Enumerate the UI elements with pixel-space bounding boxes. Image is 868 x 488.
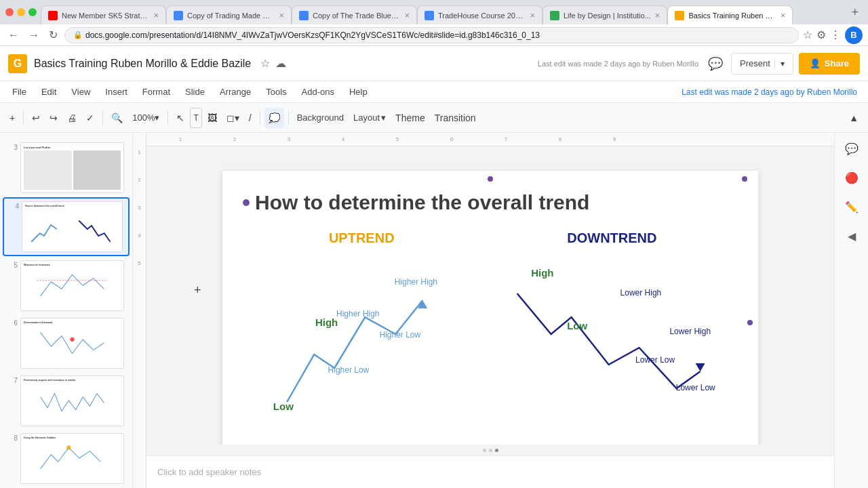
undo-button[interactable]: ↩ xyxy=(28,108,44,128)
background-button[interactable]: Background xyxy=(293,108,348,128)
canvas-column: 1 2 3 4 5 6 7 8 9 + How to det xyxy=(146,133,834,488)
rp-explore-icon[interactable]: 🔴 xyxy=(841,167,863,188)
layout-dropdown[interactable]: Layout▾ xyxy=(349,108,390,128)
redo-button[interactable]: ↪ xyxy=(45,108,62,128)
tab-label: Copy of Trading Made Si... xyxy=(187,12,275,20)
tab-close-button[interactable]: × xyxy=(781,10,786,20)
menu-view[interactable]: View xyxy=(64,84,97,100)
browser-tab-tab1[interactable]: New Member SK5 Strate... × xyxy=(41,5,166,24)
main-layout: 3 Lot sizes and Profits 4 How to determi… xyxy=(0,133,868,488)
cursor-plus: + xyxy=(194,283,201,298)
tab-close-button[interactable]: × xyxy=(279,10,284,20)
zoom-dropdown[interactable]: 100%▾ xyxy=(128,108,163,128)
insert-button[interactable]: + xyxy=(5,108,19,128)
collapse-toolbar-button[interactable]: ▲ xyxy=(845,108,863,128)
bookmark-icon[interactable]: ☆ xyxy=(803,28,812,41)
downtrend-high: High xyxy=(531,267,553,279)
browser-tab-tab3[interactable]: Copy of The Trade Bluep... × xyxy=(292,5,417,24)
menu-icon[interactable]: ⋮ xyxy=(830,28,841,41)
tab-close-button[interactable]: × xyxy=(153,10,159,20)
slide-item-7[interactable]: 7 Determining support and resistance in … xyxy=(3,373,130,429)
tab-close-button[interactable]: × xyxy=(655,10,660,20)
header-actions: 💬 Present ▾ 👤 Share xyxy=(705,53,860,75)
zoom-button[interactable]: 🔍 xyxy=(107,108,127,128)
lower-low-1: Lower Low xyxy=(635,355,675,365)
image-tool[interactable]: 🖼 xyxy=(203,108,221,128)
tabs-bar: New Member SK5 Strate... × Copy of Tradi… xyxy=(41,0,843,24)
browser-tab-tab5[interactable]: Life by Design | Institutio... × xyxy=(542,5,667,24)
downtrend-section: DOWNTREND High Low Lower High xyxy=(500,230,724,429)
address-input[interactable]: 🔒 docs.google.com/presentation/d/14I8NMV… xyxy=(64,27,799,43)
theme-button[interactable]: Theme xyxy=(391,108,429,128)
control-dot-mr xyxy=(747,320,753,325)
comment-tool[interactable]: 💭 xyxy=(264,108,284,128)
uptrend-section: UPTREND High Low xyxy=(256,230,467,429)
slide-item-6[interactable]: 6 Determination of demand xyxy=(3,315,130,371)
present-dropdown-arrow[interactable]: ▾ xyxy=(774,59,785,68)
last-edit-link[interactable]: Last edit was made 2 days ago by Ruben M… xyxy=(676,85,863,100)
slides-panel: 3 Lot sizes and Profits 4 How to determi… xyxy=(0,133,133,488)
tab-label: New Member SK5 Strate... xyxy=(62,12,149,20)
slide-item-4[interactable]: 4 How to determine the overall trend xyxy=(3,197,130,256)
uptrend-high: High xyxy=(315,317,338,328)
profile-avatar[interactable]: B xyxy=(845,26,863,44)
browser-tab-tab4[interactable]: TradeHouse Course 2020... × xyxy=(417,5,542,24)
speaker-notes-area[interactable]: Click to add speaker notes xyxy=(146,455,834,488)
menu-addons[interactable]: Add-ons xyxy=(295,84,341,100)
lower-low-2: Lower Low xyxy=(676,383,715,392)
slide-position-dots xyxy=(146,445,834,455)
share-button[interactable]: 👤 Share xyxy=(799,53,860,75)
forward-button[interactable]: → xyxy=(26,26,42,44)
tab-favicon xyxy=(174,11,183,20)
tab-label: Life by Design | Institutio... xyxy=(564,12,651,20)
speaker-notes-placeholder[interactable]: Click to add speaker notes xyxy=(157,467,261,477)
shapes-dropdown[interactable]: ◻▾ xyxy=(222,108,243,128)
menu-help[interactable]: Help xyxy=(342,84,374,100)
menu-format[interactable]: Format xyxy=(136,84,177,100)
slide-item-8[interactable]: 8 Using the Harmonic Grabber xyxy=(3,430,130,487)
menu-arrange[interactable]: Arrange xyxy=(213,84,258,100)
canvas-area[interactable]: + How to determine the overall trend UPT… xyxy=(146,146,834,445)
rp-chat-icon[interactable]: 💬 xyxy=(841,138,863,159)
present-button[interactable]: Present ▾ xyxy=(731,53,793,75)
maximize-button[interactable] xyxy=(28,8,37,16)
tab-close-button[interactable]: × xyxy=(404,10,410,20)
tab-label: Basics Training Ruben M... xyxy=(688,12,776,20)
slide-item-5[interactable]: 5 Measures of resistance xyxy=(3,258,130,314)
menu-file[interactable]: File xyxy=(5,84,33,100)
browser-tab-tab6[interactable]: Basics Training Ruben M... × xyxy=(667,5,793,24)
spell-check-button[interactable]: ✓ xyxy=(82,108,98,128)
tab-favicon xyxy=(425,11,434,20)
menu-slide[interactable]: Slide xyxy=(178,84,212,100)
browser-tab-tab2[interactable]: Copy of Trading Made Si... × xyxy=(166,5,292,24)
slide-item-3[interactable]: 3 Lot sizes and Profits xyxy=(3,140,130,196)
extensions-icon[interactable]: ⚙ xyxy=(816,28,826,41)
close-button[interactable] xyxy=(5,8,14,16)
star-icon[interactable]: ☆ xyxy=(260,57,270,70)
cursor-tool[interactable]: ↖ xyxy=(172,108,189,128)
menu-insert[interactable]: Insert xyxy=(98,84,134,100)
line-tool[interactable]: / xyxy=(245,108,256,128)
tab-close-button[interactable]: × xyxy=(530,10,535,20)
drive-icon[interactable]: ☁ xyxy=(275,57,286,70)
downtrend-low: Low xyxy=(567,320,587,331)
minimize-button[interactable] xyxy=(17,8,25,16)
slide-canvas[interactable]: How to determine the overall trend UPTRE… xyxy=(222,171,758,445)
menu-edit[interactable]: Edit xyxy=(35,84,63,100)
menu-tools[interactable]: Tools xyxy=(259,84,293,100)
new-tab-button[interactable]: + xyxy=(847,5,863,20)
refresh-button[interactable]: ↻ xyxy=(46,26,60,44)
print-button[interactable]: 🖨 xyxy=(63,108,81,128)
ruler-horizontal: 1 2 3 4 5 6 7 8 9 xyxy=(146,133,834,146)
higher-high-2: Higher High xyxy=(336,309,379,319)
rp-edit-icon[interactable]: ✏️ xyxy=(841,197,863,218)
slide-thumb-3: Lot sizes and Profits xyxy=(20,142,124,193)
back-button[interactable]: ← xyxy=(5,26,22,44)
rp-expand-icon[interactable]: ◀ xyxy=(844,226,860,247)
ruler-vertical: 1 2 3 4 5 xyxy=(133,133,146,488)
text-tool[interactable]: T xyxy=(190,108,201,128)
doc-icons: ☆ ☁ xyxy=(260,57,286,70)
transition-button[interactable]: Transition xyxy=(431,108,480,128)
comments-button[interactable]: 💬 xyxy=(705,54,726,74)
title-dot xyxy=(243,199,250,206)
